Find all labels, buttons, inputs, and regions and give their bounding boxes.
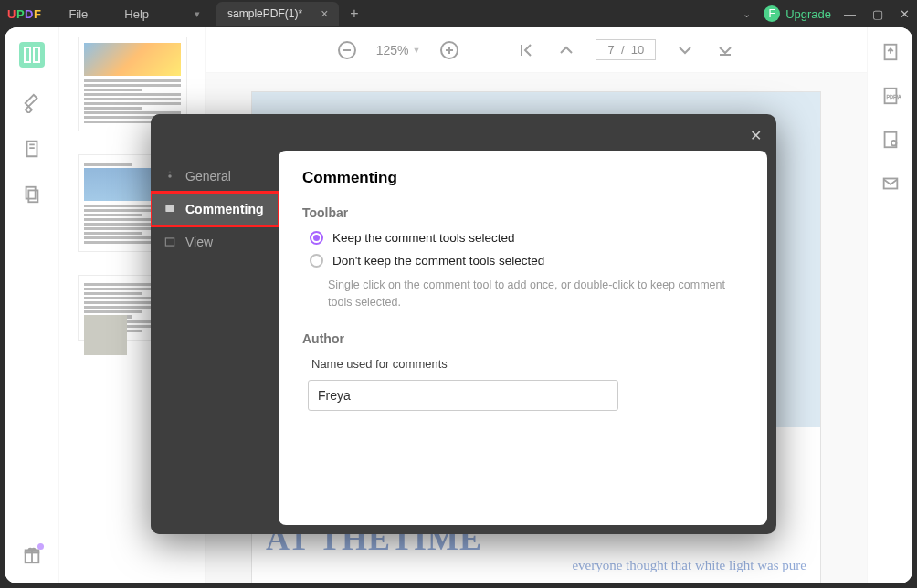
first-page-button[interactable]	[515, 39, 537, 61]
radio-help-text: Single click on the comment tool to add …	[328, 277, 743, 311]
pref-tab-general[interactable]: General	[151, 160, 279, 193]
preferences-sidebar: General Commenting View	[151, 114, 279, 534]
svg-rect-1	[28, 190, 37, 202]
export-icon[interactable]	[880, 42, 901, 62]
close-window-button[interactable]: ✕	[900, 7, 910, 21]
edit-icon[interactable]	[22, 139, 42, 159]
tab-dropdown-icon[interactable]: ▾	[195, 8, 200, 20]
tab-bar: ▾ samplePDF(1)* × +	[195, 2, 359, 26]
mail-icon[interactable]	[880, 173, 901, 194]
zoom-in-button[interactable]	[438, 39, 460, 61]
radio-icon	[310, 254, 323, 268]
pdfa-icon[interactable]: PDF/A	[880, 86, 901, 106]
gift-icon[interactable]	[22, 545, 42, 565]
prev-page-button[interactable]	[555, 39, 577, 61]
close-tab-icon[interactable]: ×	[321, 6, 328, 21]
tab-title: samplePDF(1)*	[227, 7, 302, 20]
app-logo: UPDF	[7, 7, 41, 21]
zoom-level[interactable]: 125% ▼	[376, 43, 421, 58]
window-controls: — ▢ ✕	[844, 7, 910, 21]
preferences-dialog: ✕ General Commenting View Commenting Too…	[151, 114, 776, 534]
svg-rect-0	[26, 187, 35, 199]
upgrade-label: Upgrade	[785, 7, 831, 21]
menu-help[interactable]: Help	[124, 7, 149, 21]
pref-section-toolbar: Toolbar	[302, 205, 743, 220]
page-indicator[interactable]: 7 / 10	[596, 39, 656, 60]
maximize-button[interactable]: ▢	[872, 7, 883, 21]
document-subline: everyone thought that white light was pu…	[266, 558, 806, 573]
right-tool-rail: PDF/A	[867, 27, 912, 583]
gear-icon	[163, 170, 176, 183]
comment-icon	[163, 203, 176, 215]
pref-page-title: Commenting	[302, 169, 743, 187]
author-field-label: Name used for comments	[311, 357, 743, 371]
user-avatar: F	[764, 5, 780, 22]
document-tab[interactable]: samplePDF(1)* ×	[216, 2, 339, 26]
reader-mode-icon[interactable]	[19, 42, 45, 68]
last-page-button[interactable]	[714, 39, 736, 61]
upgrade-button[interactable]: F Upgrade	[764, 5, 831, 22]
left-tool-rail	[5, 27, 59, 583]
svg-rect-13	[165, 238, 174, 246]
zoom-out-button[interactable]	[336, 39, 358, 61]
radio-keep-tools[interactable]: Keep the comment tools selected	[310, 231, 743, 245]
menubar: UPDF File Help ▾ samplePDF(1)* × + ⌄ F U…	[0, 0, 917, 27]
window-dropdown-icon[interactable]: ⌄	[743, 8, 751, 20]
minimize-button[interactable]: —	[844, 7, 856, 21]
radio-icon	[310, 231, 323, 245]
svg-rect-12	[165, 205, 174, 212]
svg-point-9	[891, 141, 896, 146]
view-icon	[163, 236, 176, 248]
svg-point-11	[168, 174, 172, 178]
author-name-input[interactable]	[308, 380, 618, 411]
protect-icon[interactable]	[880, 130, 901, 150]
menu-file[interactable]: File	[69, 7, 88, 21]
close-dialog-button[interactable]: ✕	[750, 127, 762, 144]
preferences-content: Commenting Toolbar Keep the comment tool…	[279, 151, 767, 525]
radio-dont-keep-tools[interactable]: Don't keep the comment tools selected	[310, 254, 743, 268]
pages-icon[interactable]	[22, 184, 42, 205]
next-page-button[interactable]	[674, 39, 696, 61]
highlight-icon[interactable]	[22, 93, 42, 113]
viewer-toolbar: 125% ▼ 7 / 10	[206, 27, 867, 73]
pref-tab-view[interactable]: View	[151, 226, 279, 258]
svg-text:PDF/A: PDF/A	[886, 94, 901, 100]
add-tab-button[interactable]: +	[350, 5, 358, 22]
pref-section-author: Author	[302, 331, 743, 346]
pref-tab-commenting[interactable]: Commenting	[151, 193, 279, 226]
